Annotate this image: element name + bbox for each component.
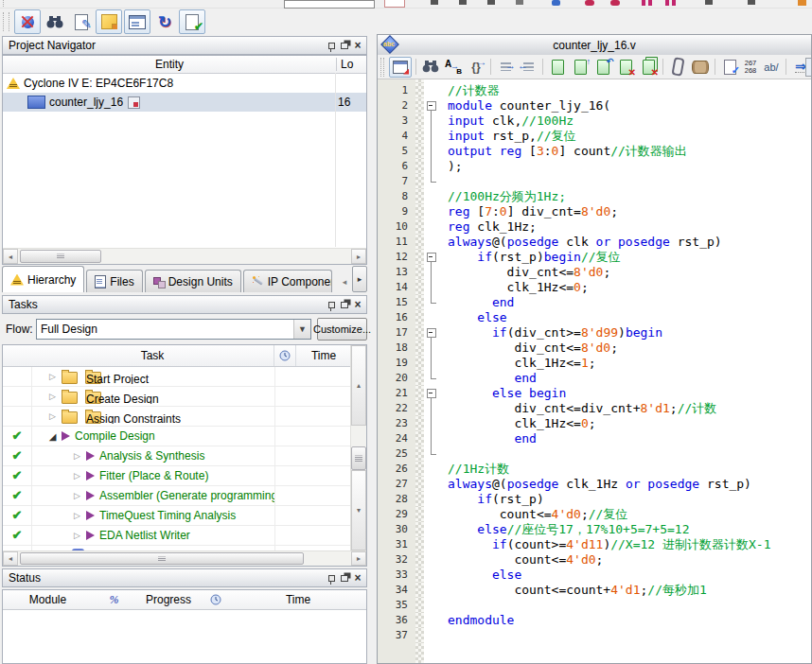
task-row[interactable]: ✔▷Assembler (Generate programming files) [3, 486, 351, 506]
code-line[interactable]: 25 [378, 446, 811, 462]
code-line[interactable]: 5output reg [3:0] count//计数器输出 [378, 144, 811, 159]
task-row[interactable]: ✔◢Compile Design [3, 427, 351, 446]
replace-icon[interactable]: A→B [443, 58, 464, 77]
task-row[interactable]: ✔▷Analysis & Synthesis [3, 446, 351, 466]
scroll-left-icon[interactable]: ◂ [3, 551, 18, 566]
task-row[interactable]: ✔▷Fitter (Place & Route) [3, 466, 351, 486]
float-button[interactable] [338, 572, 351, 585]
code-line[interactable]: 3input clk,//100Hz [378, 114, 811, 129]
expander-icon[interactable]: ▷ [46, 411, 59, 421]
scroll-down-icon[interactable]: ▾ [351, 470, 366, 550]
match-delimiter-icon[interactable]: {}→ [466, 58, 486, 77]
comment-icon[interactable]: ab/ [761, 58, 782, 77]
task-row[interactable]: ▷Create Design [3, 387, 351, 407]
code-line[interactable]: 26//1Hz计数 [378, 462, 811, 477]
insert-template-icon[interactable] [690, 58, 711, 77]
code-line[interactable]: 12 if(rst_p)begin//复位 [378, 250, 811, 265]
code-line[interactable]: 22 div_cnt<=div_cnt+8'd1;//计数 [378, 401, 811, 416]
scroll-right-icon[interactable]: ▸ [351, 551, 366, 566]
delete-bookmark-icon[interactable]: ✕ [615, 58, 636, 77]
entity-row[interactable]: Cyclone IV E: EP4CE6F17C8 [3, 74, 366, 93]
expander-icon[interactable]: ◢ [46, 431, 59, 442]
code-line[interactable]: 33 else [378, 568, 811, 583]
new-document-icon[interactable] [389, 57, 412, 78]
float-button[interactable] [338, 40, 351, 52]
task-row[interactable]: ✔▷TimeQuest Timing Analysis [3, 506, 351, 526]
expander-icon[interactable]: ▷ [46, 392, 59, 401]
code-line[interactable]: 34 count<=count+4'd1;//每秒加1 [378, 583, 811, 598]
code-editor[interactable]: 1//计数器2module counter_ljy_16(3input clk,… [378, 79, 811, 663]
code-line[interactable]: 37 [378, 628, 811, 643]
entity-row[interactable]: counter_ljy_1616 [3, 93, 366, 112]
attach-file-icon[interactable] [667, 58, 688, 77]
float-button[interactable] [338, 299, 351, 311]
pin-button[interactable] [325, 299, 338, 311]
hscroll-track[interactable] [304, 551, 351, 566]
hscroll-thumb[interactable] [20, 552, 304, 565]
find-icon[interactable] [420, 58, 441, 77]
notes-icon[interactable] [96, 9, 122, 34]
tasks-hscrollbar[interactable]: ◂ ▸ [3, 550, 366, 566]
code-line[interactable]: 11always@(posedge clk or posedge rst_p) [378, 235, 811, 250]
expander-icon[interactable]: ▷ [71, 451, 83, 461]
hscroll-track[interactable] [101, 249, 351, 264]
fold-toggle-icon[interactable] [424, 250, 438, 265]
task-row[interactable]: ▷Start Project [3, 367, 351, 387]
pin-button[interactable] [325, 40, 338, 52]
code-line[interactable]: 29 count<=4'd0;//复位 [378, 507, 811, 522]
close-button[interactable]: × [351, 572, 364, 585]
task-row[interactable]: ▷Assign Constraints [3, 407, 351, 427]
expander-icon[interactable]: ▷ [71, 531, 83, 540]
code-line[interactable]: 6); [378, 159, 811, 174]
insert-bookmark-icon[interactable] [547, 58, 568, 77]
code-line[interactable]: 30 else//座位号17，17%10+5=7+5=12 [378, 522, 811, 537]
close-button[interactable]: × [351, 299, 364, 311]
expander-icon[interactable]: ▷ [71, 471, 83, 481]
tab-ip-components[interactable]: IP Component [243, 270, 332, 292]
stop-processing-icon[interactable] [14, 9, 41, 34]
spell-check-icon[interactable]: ✓ [719, 58, 740, 77]
code-line[interactable]: 2module counter_ljy_16( [378, 98, 811, 114]
vscroll-thumb[interactable] [351, 446, 366, 470]
tasks-window-icon[interactable] [124, 9, 150, 34]
expander-icon[interactable]: ▷ [46, 372, 59, 381]
toolbar-grip[interactable] [3, 12, 9, 31]
refresh-icon[interactable]: ↻ [152, 10, 177, 33]
code-line[interactable]: 14 clk_1Hz<=0; [378, 280, 811, 295]
flow-select[interactable]: Full Design ▼ [36, 319, 311, 340]
customize-button[interactable]: Customize... [317, 318, 367, 341]
pin-button[interactable] [325, 572, 338, 585]
previous-bookmark-icon[interactable]: ↶ [592, 58, 613, 77]
tab-scroll-right-icon[interactable]: ▸ [352, 266, 367, 292]
expander-icon[interactable]: ▷ [71, 511, 83, 520]
code-line[interactable]: 13 div_cnt<=8'd0; [378, 265, 811, 280]
tab-hierarchy[interactable]: Hierarchy [2, 266, 84, 292]
code-line[interactable]: 9reg [7:0] div_cnt=8'd0; [378, 204, 811, 219]
hscroll-thumb[interactable] [20, 250, 101, 263]
find-icon[interactable] [43, 10, 67, 33]
task-row[interactable]: ✔▷EDA Netlist Writer [3, 526, 351, 546]
chevron-down-icon[interactable]: ▼ [293, 320, 310, 339]
code-line[interactable]: 16 else [378, 310, 811, 325]
code-line[interactable]: 28 if(rst_p) [378, 492, 811, 507]
code-line[interactable]: 35 [378, 598, 811, 613]
tab-scroll-left-icon[interactable]: ◂ [338, 271, 351, 292]
code-line[interactable]: 24 end [378, 431, 811, 446]
fold-toggle-icon[interactable] [424, 386, 438, 401]
code-line[interactable]: 18 div_cnt<=8'd0; [378, 341, 811, 356]
tab-design-units[interactable]: Design Units [145, 270, 241, 292]
code-line[interactable]: 4input rst_p,//复位 [378, 129, 811, 144]
scroll-up-icon[interactable]: ▴ [351, 345, 366, 426]
unindent-icon[interactable]: ← [518, 58, 538, 77]
navigator-hscrollbar[interactable]: ◂ ▸ [3, 248, 366, 264]
code-line[interactable]: 27always@(posedge clk_1Hz or posedge rst… [378, 477, 811, 492]
fold-toggle-icon[interactable] [424, 98, 438, 114]
code-line[interactable]: 32 count<=4'd0; [378, 552, 811, 568]
next-bookmark-icon[interactable]: ↑ [570, 58, 591, 77]
code-line[interactable]: 7 [378, 174, 811, 189]
code-line[interactable]: 36endmodule [378, 613, 811, 628]
expander-icon[interactable]: ▷ [71, 491, 83, 500]
close-button[interactable]: × [351, 40, 364, 52]
code-line[interactable]: 23 clk_1Hz<=0; [378, 416, 811, 431]
code-line[interactable]: 31 if(count>=4'd11)//X=12 进制计数器计数X-1 [378, 537, 811, 552]
